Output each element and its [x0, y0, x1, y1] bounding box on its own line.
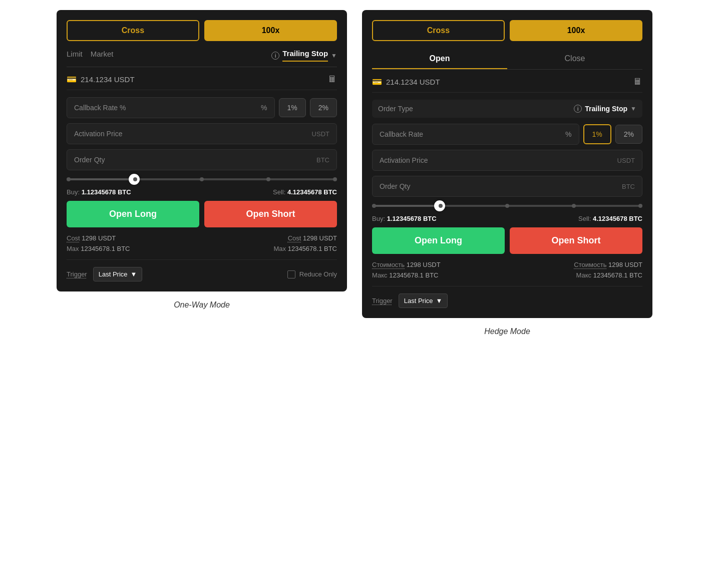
slider-dot-r3 [505, 204, 509, 208]
reduce-only-label-left: Reduce Only [299, 270, 337, 278]
callback-unit-left: % [261, 104, 267, 112]
activation-price-left[interactable]: Activation Price USDT [67, 123, 337, 144]
tab-open-right[interactable]: Open [372, 49, 507, 69]
activation-price-right[interactable]: Activation Price USDT [372, 150, 642, 171]
slider-fill-left [67, 178, 134, 180]
buy-label-left: Buy: 1.12345678 BTC [67, 188, 131, 196]
cross-button-right[interactable]: Cross [372, 20, 505, 41]
calculator-icon-right[interactable]: 🖩 [633, 77, 642, 87]
rate-btn-2-left[interactable]: 2% [310, 98, 337, 117]
tab-close-right[interactable]: Close [507, 49, 642, 69]
qty-placeholder-left: Order Qty [74, 156, 105, 164]
buy-sell-info-right: Buy: 1.12345678 BTC Sell: 4.12345678 BTC [372, 215, 642, 222]
max-sell-right: Макс 12345678.1 BTC [576, 271, 642, 279]
open-short-button-right[interactable]: Open Short [510, 227, 642, 254]
max-buy-left: Max 12345678.1 BTC [67, 245, 130, 252]
open-long-button-right[interactable]: Open Long [372, 227, 505, 254]
last-price-label-right: Last Price [404, 297, 433, 305]
cost-info-right: Стоимость 1298 USDT Стоимость 1298 USDT [372, 261, 642, 268]
qty-placeholder-right: Order Qty [380, 182, 410, 190]
right-panel-wrapper: Cross 100x Open Close 💳 214.1234 USDT 🖩 … [362, 10, 652, 336]
buy-value-right: 1.12345678 BTC [387, 215, 437, 222]
slider-left[interactable] [67, 178, 337, 180]
qty-unit-left: BTC [316, 156, 329, 164]
cost-sell-value-right: 1298 USDT [608, 261, 642, 268]
buy-sell-info-left: Buy: 1.12345678 BTC Sell: 4.12345678 BTC [67, 188, 337, 196]
cost-buy-value-left: 1298 USDT [82, 234, 116, 242]
card-icon-right: 💳 [372, 77, 382, 87]
tab-trailing-stop-left[interactable]: Trailing Stop [282, 49, 328, 62]
slider-thumb-left[interactable] [129, 174, 140, 185]
callback-rate-row-left: Callback Rate % % 1% 2% [67, 97, 337, 118]
info-icon-right[interactable]: i [574, 105, 582, 113]
reduce-only-checkbox-left[interactable] [287, 270, 295, 278]
card-icon-left: 💳 [67, 75, 77, 84]
cost-sell-value-left: 1298 USDT [303, 234, 337, 242]
trigger-label-left: Trigger [67, 270, 87, 278]
trigger-row-left: Trigger Last Price ▼ Reduce Only [67, 259, 337, 281]
last-price-select-right[interactable]: Last Price ▼ [399, 293, 448, 308]
slider-dot-r4 [572, 204, 576, 208]
callback-input-right[interactable]: Callback Rate % [372, 124, 579, 145]
trailing-stop-left: i Trailing Stop ▼ [271, 49, 337, 62]
max-sell-left: Max 12345678.1 BTC [274, 245, 337, 252]
trigger-chevron-right: ▼ [436, 297, 443, 305]
trigger-label-right: Trigger [372, 297, 393, 305]
reduce-only-left[interactable]: Reduce Only [287, 270, 337, 278]
open-short-button-left[interactable]: Open Short [204, 201, 337, 227]
qty-unit-right: BTC [622, 183, 635, 190]
sell-value-right: 4.12345678 BTC [593, 215, 642, 222]
order-type-row-left: Limit Market i Trailing Stop ▼ [67, 49, 337, 67]
balance-row-right: 💳 214.1234 USDT 🖩 [372, 77, 642, 93]
rate-btn-1-left[interactable]: 1% [279, 98, 306, 117]
action-buttons-left: Open Long Open Short [67, 201, 337, 227]
max-buy-value-right: 12345678.1 BTC [389, 271, 438, 279]
slider-dot-4 [266, 177, 270, 181]
calculator-icon-left[interactable]: 🖩 [328, 74, 337, 85]
action-buttons-right: Open Long Open Short [372, 227, 642, 254]
order-qty-left[interactable]: Order Qty BTC [67, 149, 337, 170]
tab-market-left[interactable]: Market [91, 50, 114, 61]
activation-unit-right: USDT [617, 157, 635, 164]
sell-value-left: 4.12345678 BTC [287, 188, 337, 196]
top-buttons-left: Cross 100x [67, 20, 337, 41]
order-type-chevron[interactable]: ▼ [630, 105, 636, 112]
buy-value-left: 1.12345678 BTC [82, 188, 131, 196]
slider-thumb-right[interactable] [434, 200, 445, 211]
cost-info-left: Cost 1298 USDT Cost 1298 USDT [67, 234, 337, 242]
cost-buy-value-right: 1298 USDT [407, 261, 441, 268]
callback-rate-row-right: Callback Rate % 1% 2% [372, 124, 642, 145]
open-long-button-left[interactable]: Open Long [67, 201, 199, 227]
leverage-button-right[interactable]: 100x [510, 20, 642, 41]
info-icon-left[interactable]: i [271, 52, 279, 60]
max-buy-value-left: 12345678.1 BTC [81, 245, 130, 252]
order-type-value: i Trailing Stop ▼ [574, 105, 636, 113]
rate-btn-1-right[interactable]: 1% [583, 124, 611, 144]
tab-limit-left[interactable]: Limit [67, 50, 83, 61]
hedge-tabs: Open Close [372, 49, 642, 70]
cost-buy-left: Cost 1298 USDT [67, 234, 116, 242]
last-price-label-left: Last Price [99, 270, 128, 278]
balance-row-left: 💳 214.1234 USDT 🖩 [67, 74, 337, 90]
slider-right[interactable] [372, 205, 642, 207]
callback-unit-right: % [565, 130, 571, 138]
sell-label-left: Sell: 4.12345678 BTC [273, 188, 337, 196]
order-type-label: Order Type [378, 105, 413, 113]
top-buttons-right: Cross 100x [372, 20, 642, 41]
order-qty-right[interactable]: Order Qty BTC [372, 176, 642, 197]
activation-unit-left: USDT [312, 130, 329, 138]
cross-button-left[interactable]: Cross [67, 20, 199, 41]
rate-btn-2-right[interactable]: 2% [615, 125, 642, 144]
chevron-down-icon-left[interactable]: ▼ [331, 52, 337, 59]
order-type-select-row[interactable]: Order Type i Trailing Stop ▼ [372, 100, 642, 118]
last-price-select-left[interactable]: Last Price ▼ [93, 267, 143, 281]
hedge-mode-panel: Cross 100x Open Close 💳 214.1234 USDT 🖩 … [362, 10, 652, 318]
trigger-chevron-left: ▼ [131, 270, 137, 278]
buy-label-right: Buy: 1.12345678 BTC [372, 215, 437, 222]
balance-value-right: 214.1234 USDT [386, 78, 440, 86]
callback-input-left[interactable]: Callback Rate % % [67, 97, 275, 118]
balance-info-right: 💳 214.1234 USDT [372, 77, 440, 87]
leverage-button-left[interactable]: 100x [204, 20, 337, 41]
slider-track-left [67, 178, 337, 180]
left-panel-wrapper: Cross 100x Limit Market i Trailing Stop … [57, 10, 347, 310]
